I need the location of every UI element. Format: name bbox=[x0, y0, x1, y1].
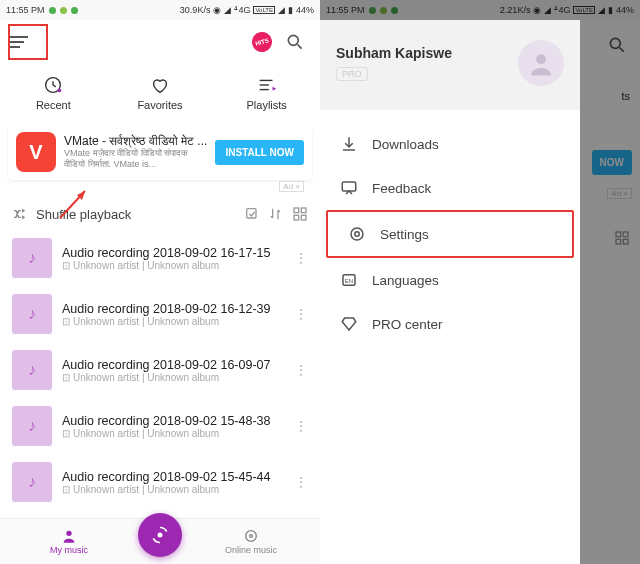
hotspot-icon: ◉ bbox=[213, 5, 221, 15]
track-row[interactable]: ♪ Audio recording 2018-09-02 15-48-38 ⊡U… bbox=[0, 398, 320, 454]
install-button[interactable]: INSTALL NOW bbox=[215, 140, 304, 165]
ad-subtitle: VMate मज़ेदार वीडियो विडियो संपादक वीडिय… bbox=[64, 148, 207, 170]
drawer-item-pro-center[interactable]: PRO center bbox=[320, 302, 580, 346]
tab-label: Recent bbox=[36, 99, 71, 111]
svg-point-0 bbox=[288, 35, 298, 45]
track-sub: ⊡Unknown artist | Unknown album bbox=[62, 260, 284, 271]
track-row[interactable]: ♪ Audio recording 2018-09-02 16-09-07 ⊡U… bbox=[0, 342, 320, 398]
svg-rect-10 bbox=[294, 208, 299, 213]
status-speed: 30.9K/s bbox=[180, 5, 211, 15]
svg-rect-25 bbox=[342, 182, 356, 191]
nav-drawer: Subham Kapiswe PRO Downloads Feedback Se… bbox=[320, 20, 580, 564]
track-row[interactable]: ♪ Audio recording 2018-09-02 15-45-44 ⊡U… bbox=[0, 454, 320, 510]
svg-rect-11 bbox=[301, 208, 306, 213]
svg-point-24 bbox=[536, 54, 546, 64]
status-battery: 44% bbox=[296, 5, 314, 15]
select-icon[interactable] bbox=[244, 206, 260, 222]
music-note-icon: ♪ bbox=[12, 350, 52, 390]
status-bar: 11:55 PM 30.9K/s ◉ ◢ ⁴4G VoLTE ◢ ▮ 44% bbox=[0, 0, 320, 20]
drawer-item-languages[interactable]: EN Languages bbox=[320, 258, 580, 302]
search-button[interactable] bbox=[280, 27, 310, 57]
status-dot-icon bbox=[49, 7, 56, 14]
svg-point-17 bbox=[250, 535, 253, 538]
svg-rect-13 bbox=[301, 215, 306, 220]
drawer-header[interactable]: Subham Kapiswe PRO bbox=[320, 20, 580, 110]
svg-point-16 bbox=[246, 531, 257, 542]
ad-tag[interactable]: Ad × bbox=[279, 181, 304, 192]
svg-rect-12 bbox=[294, 215, 299, 220]
sort-icon[interactable] bbox=[268, 206, 284, 222]
language-icon: EN bbox=[340, 271, 358, 289]
signal-icon: ◢ bbox=[278, 5, 285, 15]
svg-point-14 bbox=[66, 531, 71, 536]
track-sub: ⊡Unknown artist | Unknown album bbox=[62, 428, 284, 439]
phone-right: 11:55 PM 2.21K/s ◉ ◢ ⁴4G VoLTE ◢ ▮ 44% t… bbox=[320, 0, 640, 564]
more-icon[interactable]: ⋮ bbox=[294, 362, 308, 378]
more-icon[interactable]: ⋮ bbox=[294, 418, 308, 434]
ad-card[interactable]: V VMate - सर्वश्रेष्ठ वीडियो मेट ... VMa… bbox=[8, 124, 312, 180]
hits-icon[interactable]: HITS bbox=[250, 30, 274, 54]
nav-play-button[interactable] bbox=[138, 513, 182, 557]
username: Subham Kapiswe bbox=[336, 45, 452, 61]
drawer-label: Settings bbox=[380, 227, 429, 242]
nav-label: Online music bbox=[225, 545, 277, 555]
settings-icon bbox=[348, 225, 366, 243]
tab-recent[interactable]: Recent bbox=[0, 64, 107, 120]
download-icon bbox=[340, 135, 358, 153]
svg-text:EN: EN bbox=[345, 278, 353, 284]
nav-my-music[interactable]: My music bbox=[0, 528, 138, 555]
tab-label: Playlists bbox=[247, 99, 287, 111]
track-row[interactable]: ♪ Audio recording 2018-09-02 16-12-39 ⊡U… bbox=[0, 286, 320, 342]
status-dot-icon bbox=[71, 7, 78, 14]
track-title: Audio recording 2018-09-02 16-17-15 bbox=[62, 246, 284, 260]
track-sub: ⊡Unknown artist | Unknown album bbox=[62, 484, 284, 495]
track-row[interactable]: ♪ Audio recording 2018-09-02 16-17-15 ⊡U… bbox=[0, 230, 320, 286]
tab-favorites[interactable]: Favorites bbox=[107, 64, 214, 120]
music-note-icon: ♪ bbox=[12, 462, 52, 502]
diamond-icon bbox=[340, 315, 358, 333]
drawer-label: PRO center bbox=[372, 317, 443, 332]
category-tabs: Recent Favorites Playlists bbox=[0, 64, 320, 120]
grid-icon[interactable] bbox=[292, 206, 308, 222]
bottom-nav: My music Online music bbox=[0, 518, 320, 564]
shuffle-row[interactable]: Shuffle playback bbox=[0, 198, 320, 230]
svg-point-27 bbox=[355, 232, 360, 237]
signal-icon: ◢ bbox=[224, 5, 231, 15]
topbar: HITS bbox=[0, 20, 320, 64]
more-icon[interactable]: ⋮ bbox=[294, 474, 308, 490]
more-icon[interactable]: ⋮ bbox=[294, 250, 308, 266]
drawer-item-downloads[interactable]: Downloads bbox=[320, 122, 580, 166]
music-note-icon: ♪ bbox=[12, 294, 52, 334]
drawer-item-settings[interactable]: Settings bbox=[326, 210, 574, 258]
phone-left: 11:55 PM 30.9K/s ◉ ◢ ⁴4G VoLTE ◢ ▮ 44% H… bbox=[0, 0, 320, 564]
svg-point-15 bbox=[158, 532, 163, 537]
feedback-icon bbox=[340, 179, 358, 197]
person-icon bbox=[61, 528, 77, 544]
disc-icon bbox=[243, 528, 259, 544]
drawer-item-feedback[interactable]: Feedback bbox=[320, 166, 580, 210]
ad-title: VMate - सर्वश्रेष्ठ वीडियो मेट ... bbox=[64, 134, 207, 148]
pro-badge: PRO bbox=[336, 67, 368, 81]
drawer-label: Downloads bbox=[372, 137, 439, 152]
track-title: Audio recording 2018-09-02 16-09-07 bbox=[62, 358, 284, 372]
status-time: 11:55 PM bbox=[6, 5, 45, 15]
svg-point-3 bbox=[58, 88, 62, 92]
nav-online-music[interactable]: Online music bbox=[182, 528, 320, 555]
track-sub: ⊡Unknown artist | Unknown album bbox=[62, 316, 284, 327]
ad-app-icon: V bbox=[16, 132, 56, 172]
track-list: ♪ Audio recording 2018-09-02 16-17-15 ⊡U… bbox=[0, 230, 320, 510]
track-title: Audio recording 2018-09-02 15-48-38 bbox=[62, 414, 284, 428]
tab-playlists[interactable]: Playlists bbox=[213, 64, 320, 120]
music-note-icon: ♪ bbox=[12, 406, 52, 446]
avatar bbox=[518, 40, 564, 86]
drawer-label: Languages bbox=[372, 273, 439, 288]
more-icon[interactable]: ⋮ bbox=[294, 306, 308, 322]
drawer-label: Feedback bbox=[372, 181, 431, 196]
status-lte: VoLTE bbox=[253, 6, 275, 14]
track-title: Audio recording 2018-09-02 16-12-39 bbox=[62, 302, 284, 316]
status-dot-icon bbox=[60, 7, 67, 14]
battery-icon: ▮ bbox=[288, 5, 293, 15]
highlight-menu bbox=[8, 24, 48, 60]
track-sub: ⊡Unknown artist | Unknown album bbox=[62, 372, 284, 383]
svg-point-26 bbox=[351, 228, 363, 240]
